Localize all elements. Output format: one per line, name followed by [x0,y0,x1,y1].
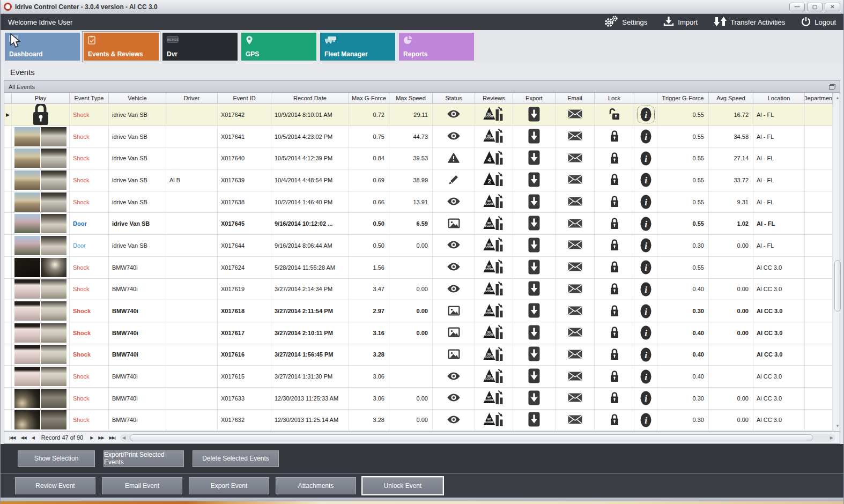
email-icon[interactable] [568,284,582,294]
lock-cell[interactable] [595,213,634,234]
reviews-cell[interactable]: NOSCORE [475,300,513,322]
horizontal-scroll-thumb[interactable] [130,434,813,441]
email-cell[interactable] [556,410,595,431]
lock-closed-icon[interactable] [610,413,619,427]
row-selector[interactable] [4,191,12,213]
review-score-icon[interactable]: 4 [483,150,505,167]
play-cell[interactable] [12,191,70,213]
info-icon[interactable]: i [637,324,655,342]
nav-tile-events-reviews[interactable]: Events & Reviews [84,33,159,61]
email-icon[interactable] [568,350,582,360]
info-icon[interactable]: i [637,171,655,189]
row-selector[interactable] [4,279,12,300]
review-score-icon[interactable]: NOSCORE [483,346,505,364]
info-cell[interactable]: i [634,257,657,278]
export-cell[interactable] [513,344,556,366]
export-cell[interactable] [513,235,556,256]
next-page-button[interactable]: ▶▶ [95,435,106,440]
table-row[interactable]: ShockBMW740iX0176173/27/2014 2:10:11 PM3… [4,322,833,344]
email-cell[interactable] [556,126,595,147]
column-header-blank-0[interactable] [4,93,12,103]
email-cell[interactable] [556,169,595,191]
reviews-cell[interactable]: NOSCORE [475,126,513,147]
lock-closed-icon[interactable] [610,195,619,209]
lock-closed-icon[interactable] [610,326,619,339]
play-cell[interactable] [12,213,70,234]
email-icon[interactable] [568,131,582,142]
email-cell[interactable] [556,279,595,300]
info-icon[interactable]: i [637,106,655,123]
reviews-cell[interactable]: 2 [475,169,513,191]
review-score-icon[interactable]: 2 [483,171,505,189]
scroll-right-icon[interactable]: ▶ [828,435,835,440]
row-selector[interactable] [4,126,12,147]
column-header-max-speed[interactable]: Max Speed [389,93,433,103]
export-cell[interactable] [513,410,556,431]
email-icon[interactable] [568,219,582,229]
event-thumbnail[interactable] [14,279,66,299]
review-score-icon[interactable]: NOSCORE [483,215,505,233]
play-cell[interactable] [12,410,70,431]
export-icon[interactable] [528,346,540,362]
lock-closed-icon[interactable] [610,391,619,405]
reviews-cell[interactable]: NOSCORE [475,366,513,387]
lock-cell[interactable] [595,344,634,366]
info-cell[interactable]: i [634,388,657,409]
review-score-icon[interactable]: NOSCORE [483,193,505,211]
play-cell[interactable] [12,366,70,387]
email-icon[interactable] [568,306,582,316]
reviews-cell[interactable]: NOSCORE [475,213,513,234]
export-icon[interactable] [528,412,540,428]
lock-cell[interactable] [595,126,634,147]
email-icon[interactable] [568,415,582,425]
info-icon[interactable]: i [637,236,655,254]
reviews-cell[interactable]: NOSCORE [475,410,513,431]
email-cell[interactable] [556,300,595,322]
reviews-cell[interactable]: NOSCORE [475,235,513,256]
export-icon[interactable] [528,368,540,384]
email-cell[interactable] [556,191,595,213]
export-icon[interactable] [528,216,540,232]
unlock-event-button[interactable]: Unlock Event [362,477,443,494]
export-icon[interactable] [528,325,540,341]
export-cell[interactable] [513,279,556,300]
show-selection-button[interactable]: Show Selection [18,450,95,467]
info-cell[interactable]: i [634,213,657,234]
email-cell[interactable] [556,388,595,409]
import-button[interactable]: Import [663,16,698,28]
previous-record-button[interactable]: ◀ [29,435,37,440]
minimize-button[interactable]: — [789,3,805,11]
info-icon[interactable]: i [637,150,655,167]
email-cell[interactable] [556,344,595,366]
lock-cell[interactable] [595,322,634,344]
export-icon[interactable] [528,150,540,166]
table-row[interactable]: ShockBMW740iX0176183/27/2014 2:11:54 PM2… [4,300,833,322]
event-thumbnail[interactable] [14,323,66,343]
review-score-icon[interactable]: NOSCORE [483,128,505,145]
review-score-icon[interactable]: NOSCORE [483,411,505,429]
row-selector[interactable] [4,344,12,366]
play-cell[interactable] [12,126,70,147]
email-cell[interactable] [556,257,595,278]
nav-tile-fleet-manager[interactable]: Fleet Manager [320,33,395,61]
info-cell[interactable]: i [634,126,657,147]
play-cell[interactable] [12,104,70,125]
table-row[interactable]: ShockBMW740iX0176193/27/2014 2:14:34 PM3… [4,279,833,301]
export-cell[interactable] [513,322,556,344]
lock-cell[interactable] [595,410,634,431]
lock-closed-icon[interactable] [610,130,619,143]
play-cell[interactable] [12,388,70,409]
email-icon[interactable] [568,109,582,120]
info-icon[interactable]: i [637,215,655,233]
review-score-icon[interactable]: NOSCORE [483,302,505,320]
logout-button[interactable]: Logout [801,17,836,28]
info-icon[interactable]: i [637,368,655,386]
info-cell[interactable]: i [634,344,657,366]
column-header-driver[interactable]: Driver [166,93,218,103]
info-cell[interactable]: i [634,169,657,191]
column-header-lock[interactable]: Lock [595,93,634,103]
scroll-down-icon[interactable]: ▼ [833,422,842,430]
review-event-button[interactable]: Review Event [15,477,95,494]
info-icon[interactable]: i [637,411,655,429]
row-selector[interactable] [4,147,12,169]
